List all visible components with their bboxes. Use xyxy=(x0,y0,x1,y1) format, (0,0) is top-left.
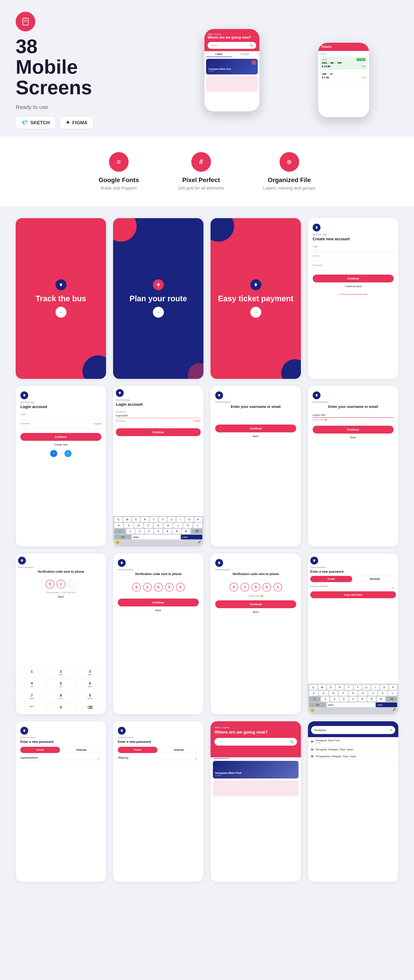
pin-row-2: 9 2 9 0 4 xyxy=(118,583,199,592)
facebook-button[interactable]: f xyxy=(50,450,57,457)
emoji-key[interactable]: 😊 xyxy=(115,540,120,544)
forgot-link-1[interactable]: Forgot? xyxy=(94,423,101,425)
pin-3[interactable] xyxy=(68,580,76,589)
autocomplete-result-2[interactable]: Tamagawa, Setagaya, Tokyo, Japan xyxy=(308,746,398,753)
pin-v3-2[interactable]: 2 xyxy=(240,583,249,592)
pin-v2-4[interactable]: 0 xyxy=(165,583,174,592)
continue-button-reset2[interactable]: Continue xyxy=(313,426,393,434)
create-btn-1[interactable]: Create xyxy=(310,576,352,582)
key-7[interactable]: 7PQRS xyxy=(18,691,46,702)
password-input[interactable] xyxy=(313,267,393,270)
num-key-2[interactable]: 123 xyxy=(309,702,326,707)
splash-arrow-track[interactable]: → xyxy=(56,307,67,318)
search-bar[interactable]: 🔍 xyxy=(215,738,297,746)
pin-v3-3[interactable]: 9 xyxy=(252,583,260,592)
sketch-icon: 💎 xyxy=(21,119,28,126)
continue-button-verif2[interactable]: Continue xyxy=(118,598,199,606)
eye-icon-3[interactable]: 👁 xyxy=(194,757,197,760)
create-btn-2[interactable]: Create xyxy=(21,747,60,753)
back-button-reset1[interactable]: Back xyxy=(215,435,296,438)
continue-button-login2[interactable]: Continue xyxy=(116,428,201,436)
blob-red-tl xyxy=(113,218,137,242)
splash-arrow-plan[interactable]: → xyxy=(153,307,164,318)
key-6[interactable]: 6MNO xyxy=(76,679,104,690)
pin-2[interactable]: 2 xyxy=(57,580,65,589)
key-delete[interactable]: ⌫ xyxy=(76,703,104,712)
pin-v2-2[interactable]: 2 xyxy=(143,583,152,592)
search-icon: 🔍 xyxy=(250,43,253,47)
back-button-verif2[interactable]: Back xyxy=(118,609,199,612)
continue-button-reset1[interactable]: Continue xyxy=(215,425,296,433)
key-5[interactable]: 5JKL xyxy=(47,679,75,690)
pin-v3-4[interactable]: 0 xyxy=(263,583,271,592)
space-key-2[interactable]: space xyxy=(327,702,375,707)
continue-button-create[interactable]: Continue xyxy=(313,275,393,282)
emoji-key-2[interactable]: 😊 xyxy=(310,708,315,712)
key-4[interactable]: 4GHI xyxy=(18,679,46,690)
password-field-1[interactable]: ********** xyxy=(310,584,396,589)
figma-badge[interactable]: ✦ FIGMA xyxy=(60,117,93,129)
key-star[interactable]: ★ # xyxy=(18,703,46,712)
autocomplete-result-1[interactable]: Tamagawa, Water Park 11 km xyxy=(308,737,398,746)
pixel-icon-circle: # xyxy=(191,152,211,172)
pin-v3-1[interactable]: 9 xyxy=(229,583,238,592)
key-8[interactable]: 8TUV xyxy=(47,691,75,702)
num-key[interactable]: 123 xyxy=(114,535,131,539)
login-input-1[interactable] xyxy=(21,416,101,420)
phone-question: Where are we going now? xyxy=(208,36,256,40)
create-btn-3[interactable]: Create xyxy=(118,747,158,753)
forgot-link-2[interactable]: Forgot? xyxy=(193,420,201,422)
result-dot-2 xyxy=(311,749,313,751)
delete-key-2[interactable]: ⌫ xyxy=(386,697,397,702)
password-field-3[interactable]: 356pts1g xyxy=(118,756,199,760)
email-input[interactable] xyxy=(313,257,393,261)
eye-icon-2[interactable]: 👁 xyxy=(97,757,100,760)
password-input-1[interactable] xyxy=(21,425,101,429)
shift-key[interactable]: ⇧ xyxy=(114,529,126,534)
twitter-button[interactable]: t xyxy=(64,450,72,457)
continue-button-login1[interactable]: Continue xyxy=(21,433,101,441)
shift-key-2[interactable]: ⇧ xyxy=(309,697,320,702)
mic-key-2[interactable]: 🎤 xyxy=(393,708,396,712)
back-button-verif1[interactable]: Back xyxy=(18,595,104,598)
pin-v2-1[interactable]: 9 xyxy=(132,583,141,592)
key-2[interactable]: 2ABC xyxy=(47,667,75,678)
key-1[interactable]: 1 xyxy=(18,667,46,678)
pin-v2-5[interactable]: 4 xyxy=(176,583,185,592)
continue-button-verif3[interactable]: Continue xyxy=(215,600,296,608)
key-3[interactable]: 3DEF xyxy=(76,667,104,678)
have-account-button[interactable]: I have account xyxy=(313,285,393,288)
mic-key[interactable]: 🎤 xyxy=(198,540,201,544)
pin-1[interactable]: 9 xyxy=(46,580,54,589)
pin-v2-3[interactable]: 9 xyxy=(154,583,163,592)
generate-btn-2[interactable]: Generate xyxy=(62,747,102,753)
generate-btn-3[interactable]: Generate xyxy=(159,747,199,753)
pin-v3-5[interactable]: 4 xyxy=(274,583,282,592)
back-button-verif3[interactable]: Back xyxy=(215,611,296,614)
label-key[interactable]: Label xyxy=(181,535,202,539)
copy-save-btn[interactable]: Copy and Save xyxy=(310,591,396,598)
key-9[interactable]: 9WXYZ xyxy=(76,691,104,702)
generate-btn-1[interactable]: Generate xyxy=(354,576,396,582)
form-logo-create xyxy=(313,224,320,231)
create-new-button[interactable]: Create new xyxy=(21,443,101,446)
login-input[interactable] xyxy=(313,248,393,252)
screen-plan-route: Plan your route → xyxy=(113,218,204,379)
favorite-icon[interactable]: ❤️ xyxy=(252,60,256,65)
close-search-btn[interactable]: × xyxy=(390,728,392,732)
feature-subtitle-2: 5x5 grid for all elements xyxy=(178,186,224,191)
splash-arrow-ticket[interactable]: → xyxy=(250,307,261,318)
screen-new-password-keyboard: Reset password Enter a new password Crea… xyxy=(308,554,398,714)
autocomplete-search-input[interactable]: Tamagawa xyxy=(314,729,326,732)
autocomplete-result-3[interactable]: Tamagawadai, Setagaya, Tokyo, Japan xyxy=(308,753,398,760)
label-key-2[interactable]: Label xyxy=(376,702,397,707)
terms-link[interactable]: Terms of use and privacy policy xyxy=(341,293,368,295)
sketch-badge[interactable]: 💎 SKETCH xyxy=(16,117,55,129)
delete-key[interactable]: ⌫ xyxy=(191,529,202,534)
splash-logo-track xyxy=(56,279,67,290)
password-field-2[interactable]: superpassword xyxy=(21,756,101,760)
key-0[interactable]: 0 xyxy=(47,703,75,712)
space-key[interactable]: space xyxy=(132,535,180,539)
back-button-reset2[interactable]: Back xyxy=(313,436,393,439)
eye-icon-1[interactable]: 👁 xyxy=(392,586,394,590)
